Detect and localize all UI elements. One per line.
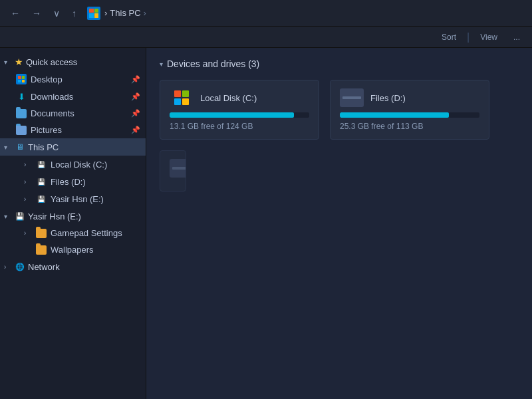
drive-card-d-header: Files (D:) (340, 88, 479, 107)
pin-icon-documents: 📌 (131, 109, 140, 118)
downloads-label: Downloads (31, 92, 73, 102)
hdd-e-icon: 💾 (36, 194, 47, 204)
gamepad-label: Gamepad Settings (51, 228, 122, 238)
hdd-e2-icon: 💾 (15, 211, 25, 221)
sidebar-item-desktop[interactable]: Desktop 📌 (0, 70, 146, 88)
this-pc-label: This PC (28, 142, 59, 152)
sort-button[interactable]: Sort (436, 31, 462, 44)
sidebar-item-gamepad[interactable]: › Gamepad Settings (0, 225, 146, 241)
back-button[interactable]: ← (7, 5, 24, 21)
pc-icon (87, 7, 100, 20)
sidebar-item-downloads[interactable]: ⬇ Downloads 📌 (0, 88, 146, 105)
main-layout: ▾ ★ Quick access Desktop 📌 ⬇ Downloads 📌 (0, 48, 532, 399)
expand-icon: ▾ (4, 59, 12, 66)
sidebar-section-quick-access[interactable]: ▾ ★ Quick access (0, 53, 146, 70)
drive-c-progress-fill (170, 112, 294, 118)
drive-card-e-header (170, 159, 176, 178)
content-area: ▾ Devices and drives (3) Local Disk (C:) (146, 48, 532, 399)
download-icon: ⬇ (16, 91, 27, 102)
pictures-label: Pictures (31, 125, 62, 135)
drive-card-c[interactable]: Local Disk (C:) 13.1 GB free of 124 GB (160, 80, 319, 140)
network-expand-icon: › (4, 263, 12, 271)
drive-c-name: Local Disk (C:) (200, 93, 257, 103)
sidebar-item-files-d[interactable]: › 💾 Files (D:) (0, 173, 146, 190)
drive-hdd-icon-d (340, 88, 364, 107)
more-button[interactable]: ... (508, 31, 525, 44)
local-disk-c-label: Local Disk (C:) (51, 160, 107, 170)
this-pc-expand-icon: ▾ (4, 144, 12, 151)
drive-hdd-icon-e (170, 159, 186, 178)
drive-c-info: 13.1 GB free of 124 GB (170, 122, 309, 131)
sidebar-section-this-pc[interactable]: ▾ 🖥 This PC (0, 138, 146, 156)
hdd-d-icon: 💾 (36, 176, 47, 187)
section-title: ▾ Devices and drives (3) (160, 59, 519, 69)
expand-c-icon: › (24, 161, 32, 168)
expand-gamepad-icon: › (24, 229, 32, 237)
drive-card-e[interactable] (160, 150, 186, 192)
toolbar: Sort | View ... (0, 27, 532, 48)
drive-c-progress-bar (170, 112, 309, 118)
breadcrumb: › This PC › (87, 7, 149, 20)
sidebar-section-network[interactable]: › 🌐 Network (0, 258, 146, 275)
sidebar: ▾ ★ Quick access Desktop 📌 ⬇ Downloads 📌 (0, 48, 146, 399)
files-d-label: Files (D:) (51, 177, 86, 187)
documents-label: Documents (31, 108, 74, 118)
wallpapers-label: Wallpapers (51, 245, 94, 255)
sidebar-item-local-disk-c[interactable]: › 💾 Local Disk (C:) (0, 156, 146, 173)
drive-d-progress-fill (340, 112, 449, 118)
section-expand-icon: ▾ (160, 61, 163, 68)
pin-icon: 📌 (131, 75, 140, 84)
drive-d-info: 25.3 GB free of 113 GB (340, 122, 479, 131)
drive-d-progress-bar (340, 112, 479, 118)
desktop-label: Desktop (31, 74, 63, 84)
folder-pictures-icon (16, 126, 27, 135)
this-pc-icon: 🖥 (15, 142, 25, 152)
drive-card-c-header: Local Disk (C:) (170, 88, 309, 107)
titlebar: ← → ∨ ↑ › This PC › (0, 0, 532, 27)
sidebar-section-yasir-e2[interactable]: ▾ 💾 Yasir Hsn (E:) (0, 207, 146, 225)
hdd-c-icon: 💾 (36, 159, 47, 170)
star-icon: ★ (15, 57, 23, 67)
nav-buttons: ← → ∨ ↑ (7, 5, 80, 21)
desktop-icon (16, 74, 27, 84)
breadcrumb-sep: › (104, 8, 107, 18)
network-label: Network (28, 262, 60, 272)
drive-win-icon (170, 88, 194, 107)
sidebar-item-pictures[interactable]: Pictures 📌 (0, 122, 146, 138)
breadcrumb-pc[interactable]: This PC (110, 8, 140, 18)
yasir-e2-label: Yasir Hsn (E:) (28, 211, 81, 221)
network-icon: 🌐 (15, 261, 25, 272)
dropdown-button[interactable]: ∨ (49, 5, 64, 21)
sidebar-item-documents[interactable]: Documents 📌 (0, 105, 146, 122)
section-title-text: Devices and drives (3) (167, 59, 259, 69)
forward-button[interactable]: → (28, 5, 45, 21)
view-button[interactable]: View (475, 31, 503, 44)
expand-e-icon: › (24, 196, 32, 203)
drive-d-name: Files (D:) (370, 93, 406, 103)
pin-icon-pictures: 📌 (131, 126, 140, 134)
up-button[interactable]: ↑ (68, 5, 80, 21)
yasir-e-label: Yasir Hsn (E:) (51, 194, 104, 204)
quick-access-label: Quick access (26, 57, 77, 67)
breadcrumb-sep2: › (144, 8, 146, 18)
folder-documents-icon (16, 109, 27, 118)
pin-icon-downloads: 📌 (131, 92, 140, 101)
sidebar-item-wallpapers[interactable]: Wallpapers (0, 241, 146, 258)
drive-card-d[interactable]: Files (D:) 25.3 GB free of 113 GB (330, 80, 489, 140)
expand-d-icon: › (24, 178, 32, 186)
yasir-e2-expand-icon: ▾ (4, 213, 12, 220)
folder-wallpapers-icon (36, 245, 47, 255)
sidebar-item-yasir-e[interactable]: › 💾 Yasir Hsn (E:) (0, 190, 146, 207)
folder-gamepad-icon (36, 229, 47, 238)
drives-grid: Local Disk (C:) 13.1 GB free of 124 GB F… (160, 80, 519, 192)
